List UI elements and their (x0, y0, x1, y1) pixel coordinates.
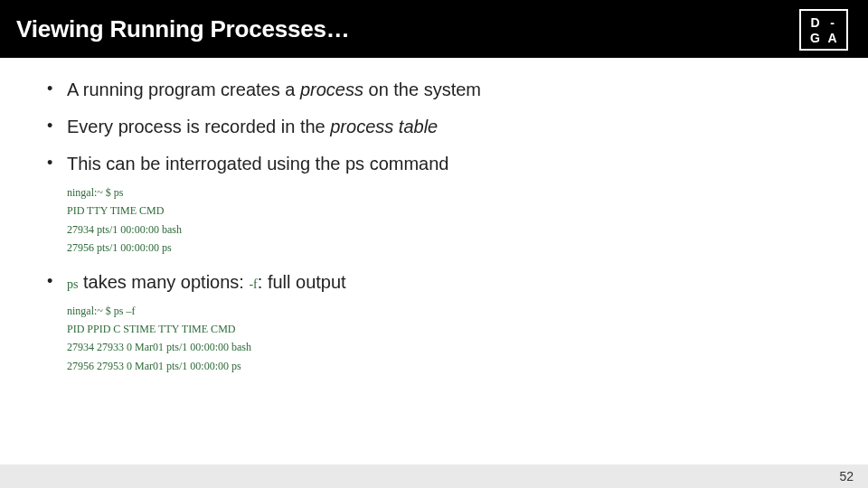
bullet-4-post: : full output (258, 272, 346, 292)
logo-tl: D (807, 14, 824, 30)
page-number: 52 (839, 469, 854, 483)
page-title: Viewing Running Processes… (16, 15, 350, 43)
terminal-block-1: ningal:~ $ ps PID TTY TIME CMD 27934 pts… (67, 183, 841, 258)
logo: D - G A (799, 9, 848, 51)
bullet-4: ps takes many options: -f: full output n… (27, 270, 841, 376)
logo-tr: - (824, 14, 841, 30)
terminal-block-2: ningal:~ $ ps –f PID PPID C STIME TTY TI… (67, 302, 841, 376)
bullet-2-pre: Every process is recorded in the (67, 117, 330, 136)
bullet-3: This can be interrogated using the ps co… (27, 152, 841, 258)
bullet-1-em: process (300, 80, 363, 99)
bullet-1-post: on the system (363, 80, 481, 99)
bullet-3-text: This can be interrogated using the ps co… (67, 154, 448, 174)
bullet-1: A running program creates a process on t… (27, 78, 841, 102)
bullet-4-code: ps (67, 277, 78, 291)
header-bar: Viewing Running Processes… D - G A (0, 0, 868, 58)
term2-line3: 27934 27933 0 Mar01 pts/1 00:00:00 bash (67, 338, 841, 356)
bullet-4-mid: takes many options: (78, 272, 249, 292)
term2-line4: 27956 27953 0 Mar01 pts/1 00:00:00 ps (67, 357, 841, 375)
bullet-1-pre: A running program creates a (67, 80, 300, 99)
bullet-2-em: process table (330, 117, 438, 136)
term2-line2: PID PPID C STIME TTY TIME CMD (67, 320, 841, 338)
logo-bl: G (807, 30, 824, 45)
bullet-list: A running program creates a process on t… (27, 78, 841, 375)
bullet-2: Every process is recorded in the process… (27, 115, 841, 139)
logo-br: A (824, 30, 841, 45)
bullet-4-flag: -f (249, 277, 257, 291)
term1-line2: PID TTY TIME CMD (67, 202, 841, 220)
content-area: A running program creates a process on t… (0, 58, 868, 375)
footer-bar: 52 (0, 465, 868, 488)
term1-line4: 27956 pts/1 00:00:00 ps (67, 239, 841, 257)
term1-line3: 27934 pts/1 00:00:00 bash (67, 221, 841, 239)
slide: Viewing Running Processes… D - G A A run… (0, 0, 868, 488)
term1-line1: ningal:~ $ ps (67, 183, 841, 202)
term2-line1: ningal:~ $ ps –f (67, 302, 841, 320)
